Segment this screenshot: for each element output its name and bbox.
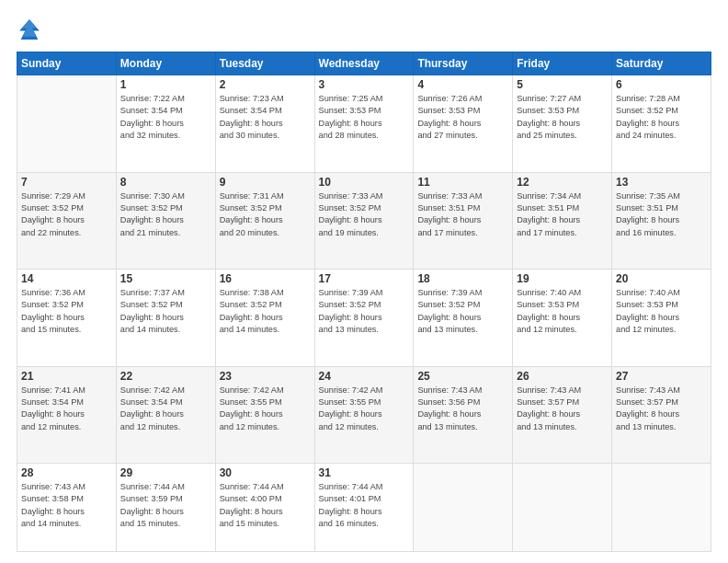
calendar-cell: 3Sunrise: 7:25 AM Sunset: 3:53 PM Daylig… <box>314 75 414 173</box>
calendar-cell: 6Sunrise: 7:28 AM Sunset: 3:52 PM Daylig… <box>612 75 711 173</box>
day-info: Sunrise: 7:29 AM Sunset: 3:52 PM Dayligh… <box>21 190 112 239</box>
day-info: Sunrise: 7:44 AM Sunset: 4:00 PM Dayligh… <box>220 481 311 530</box>
svg-marker-1 <box>22 19 37 37</box>
weekday-header-thursday: Thursday <box>414 52 513 75</box>
day-number: 16 <box>220 272 311 285</box>
calendar-cell: 1Sunrise: 7:22 AM Sunset: 3:54 PM Daylig… <box>116 75 215 173</box>
day-info: Sunrise: 7:41 AM Sunset: 3:54 PM Dayligh… <box>21 385 112 433</box>
day-info: Sunrise: 7:37 AM Sunset: 3:52 PM Dayligh… <box>120 287 211 336</box>
calendar-cell: 20Sunrise: 7:40 AM Sunset: 3:53 PM Dayli… <box>612 270 711 367</box>
calendar-week-5: 28Sunrise: 7:43 AM Sunset: 3:58 PM Dayli… <box>17 464 711 552</box>
calendar-week-2: 7Sunrise: 7:29 AM Sunset: 3:52 PM Daylig… <box>17 172 711 270</box>
day-number: 24 <box>319 370 410 383</box>
calendar-cell: 8Sunrise: 7:30 AM Sunset: 3:52 PM Daylig… <box>116 172 215 270</box>
calendar-cell: 4Sunrise: 7:26 AM Sunset: 3:53 PM Daylig… <box>414 75 513 173</box>
day-info: Sunrise: 7:22 AM Sunset: 3:54 PM Dayligh… <box>120 93 211 142</box>
day-number: 9 <box>220 176 311 189</box>
calendar-cell: 19Sunrise: 7:40 AM Sunset: 3:53 PM Dayli… <box>513 270 612 367</box>
day-info: Sunrise: 7:40 AM Sunset: 3:53 PM Dayligh… <box>517 287 608 336</box>
day-info: Sunrise: 7:34 AM Sunset: 3:51 PM Dayligh… <box>517 190 608 239</box>
calendar-cell: 18Sunrise: 7:39 AM Sunset: 3:52 PM Dayli… <box>414 270 513 367</box>
page: SundayMondayTuesdayWednesdayThursdayFrid… <box>0 0 728 563</box>
day-number: 18 <box>417 272 508 285</box>
day-number: 25 <box>417 370 508 383</box>
day-info: Sunrise: 7:39 AM Sunset: 3:52 PM Dayligh… <box>319 287 410 336</box>
day-info: Sunrise: 7:36 AM Sunset: 3:52 PM Dayligh… <box>21 287 112 336</box>
calendar-table: SundayMondayTuesdayWednesdayThursdayFrid… <box>17 52 711 552</box>
calendar-cell: 30Sunrise: 7:44 AM Sunset: 4:00 PM Dayli… <box>215 464 314 552</box>
calendar-cell: 28Sunrise: 7:43 AM Sunset: 3:58 PM Dayli… <box>17 464 117 552</box>
day-number: 2 <box>220 78 311 91</box>
calendar-header-row: SundayMondayTuesdayWednesdayThursdayFrid… <box>17 52 711 75</box>
calendar-cell: 14Sunrise: 7:36 AM Sunset: 3:52 PM Dayli… <box>17 270 117 367</box>
day-number: 10 <box>319 176 410 189</box>
calendar-cell: 16Sunrise: 7:38 AM Sunset: 3:52 PM Dayli… <box>215 270 314 367</box>
day-number: 5 <box>517 78 608 91</box>
calendar-cell: 21Sunrise: 7:41 AM Sunset: 3:54 PM Dayli… <box>17 366 117 464</box>
day-number: 1 <box>120 78 211 91</box>
day-number: 7 <box>21 176 112 189</box>
calendar-cell: 9Sunrise: 7:31 AM Sunset: 3:52 PM Daylig… <box>215 172 314 270</box>
day-number: 15 <box>120 272 211 285</box>
day-info: Sunrise: 7:42 AM Sunset: 3:55 PM Dayligh… <box>220 385 311 433</box>
weekday-header-friday: Friday <box>513 52 612 75</box>
day-info: Sunrise: 7:43 AM Sunset: 3:57 PM Dayligh… <box>517 385 608 433</box>
weekday-header-saturday: Saturday <box>612 52 711 75</box>
day-info: Sunrise: 7:30 AM Sunset: 3:52 PM Dayligh… <box>120 190 211 239</box>
calendar-cell: 2Sunrise: 7:23 AM Sunset: 3:54 PM Daylig… <box>215 75 314 173</box>
day-info: Sunrise: 7:40 AM Sunset: 3:53 PM Dayligh… <box>616 287 707 336</box>
calendar-cell: 15Sunrise: 7:37 AM Sunset: 3:52 PM Dayli… <box>116 270 215 367</box>
calendar-cell <box>17 75 117 173</box>
calendar-cell: 25Sunrise: 7:43 AM Sunset: 3:56 PM Dayli… <box>414 366 513 464</box>
day-number: 19 <box>517 272 608 285</box>
calendar-week-4: 21Sunrise: 7:41 AM Sunset: 3:54 PM Dayli… <box>17 366 711 464</box>
day-number: 14 <box>21 272 112 285</box>
calendar-cell: 7Sunrise: 7:29 AM Sunset: 3:52 PM Daylig… <box>17 172 117 270</box>
day-info: Sunrise: 7:23 AM Sunset: 3:54 PM Dayligh… <box>220 93 311 142</box>
calendar-cell <box>513 464 612 552</box>
day-info: Sunrise: 7:26 AM Sunset: 3:53 PM Dayligh… <box>417 93 508 142</box>
calendar-cell: 13Sunrise: 7:35 AM Sunset: 3:51 PM Dayli… <box>612 172 711 270</box>
day-info: Sunrise: 7:43 AM Sunset: 3:58 PM Dayligh… <box>21 481 112 530</box>
calendar-cell: 17Sunrise: 7:39 AM Sunset: 3:52 PM Dayli… <box>314 270 414 367</box>
weekday-header-sunday: Sunday <box>17 52 117 75</box>
day-number: 21 <box>21 370 112 383</box>
day-info: Sunrise: 7:44 AM Sunset: 4:01 PM Dayligh… <box>319 481 410 530</box>
day-number: 30 <box>220 466 311 479</box>
logo <box>17 17 46 42</box>
day-info: Sunrise: 7:44 AM Sunset: 3:59 PM Dayligh… <box>120 481 211 530</box>
calendar-cell: 12Sunrise: 7:34 AM Sunset: 3:51 PM Dayli… <box>513 172 612 270</box>
day-number: 28 <box>21 466 112 479</box>
day-number: 12 <box>517 176 608 189</box>
day-info: Sunrise: 7:38 AM Sunset: 3:52 PM Dayligh… <box>220 287 311 336</box>
day-info: Sunrise: 7:33 AM Sunset: 3:52 PM Dayligh… <box>319 190 410 239</box>
day-number: 11 <box>417 176 508 189</box>
day-info: Sunrise: 7:43 AM Sunset: 3:57 PM Dayligh… <box>616 385 707 433</box>
calendar-cell: 11Sunrise: 7:33 AM Sunset: 3:51 PM Dayli… <box>414 172 513 270</box>
weekday-header-monday: Monday <box>116 52 215 75</box>
calendar-cell: 29Sunrise: 7:44 AM Sunset: 3:59 PM Dayli… <box>116 464 215 552</box>
calendar-cell <box>414 464 513 552</box>
day-number: 27 <box>616 370 707 383</box>
calendar-cell: 22Sunrise: 7:42 AM Sunset: 3:54 PM Dayli… <box>116 366 215 464</box>
day-number: 13 <box>616 176 707 189</box>
calendar-cell <box>612 464 711 552</box>
calendar-week-1: 1Sunrise: 7:22 AM Sunset: 3:54 PM Daylig… <box>17 75 711 173</box>
day-number: 17 <box>319 272 410 285</box>
day-info: Sunrise: 7:43 AM Sunset: 3:56 PM Dayligh… <box>417 385 508 433</box>
day-info: Sunrise: 7:27 AM Sunset: 3:53 PM Dayligh… <box>517 93 608 142</box>
day-number: 3 <box>319 78 410 91</box>
day-info: Sunrise: 7:25 AM Sunset: 3:53 PM Dayligh… <box>319 93 410 142</box>
calendar-cell: 24Sunrise: 7:42 AM Sunset: 3:55 PM Dayli… <box>314 366 414 464</box>
calendar-cell: 23Sunrise: 7:42 AM Sunset: 3:55 PM Dayli… <box>215 366 314 464</box>
calendar-cell: 31Sunrise: 7:44 AM Sunset: 4:01 PM Dayli… <box>314 464 414 552</box>
calendar-cell: 27Sunrise: 7:43 AM Sunset: 3:57 PM Dayli… <box>612 366 711 464</box>
calendar-cell: 5Sunrise: 7:27 AM Sunset: 3:53 PM Daylig… <box>513 75 612 173</box>
day-number: 22 <box>120 370 211 383</box>
day-number: 20 <box>616 272 707 285</box>
day-number: 26 <box>517 370 608 383</box>
calendar-week-3: 14Sunrise: 7:36 AM Sunset: 3:52 PM Dayli… <box>17 270 711 367</box>
day-number: 6 <box>616 78 707 91</box>
day-info: Sunrise: 7:42 AM Sunset: 3:55 PM Dayligh… <box>319 385 410 433</box>
calendar-cell: 26Sunrise: 7:43 AM Sunset: 3:57 PM Dayli… <box>513 366 612 464</box>
